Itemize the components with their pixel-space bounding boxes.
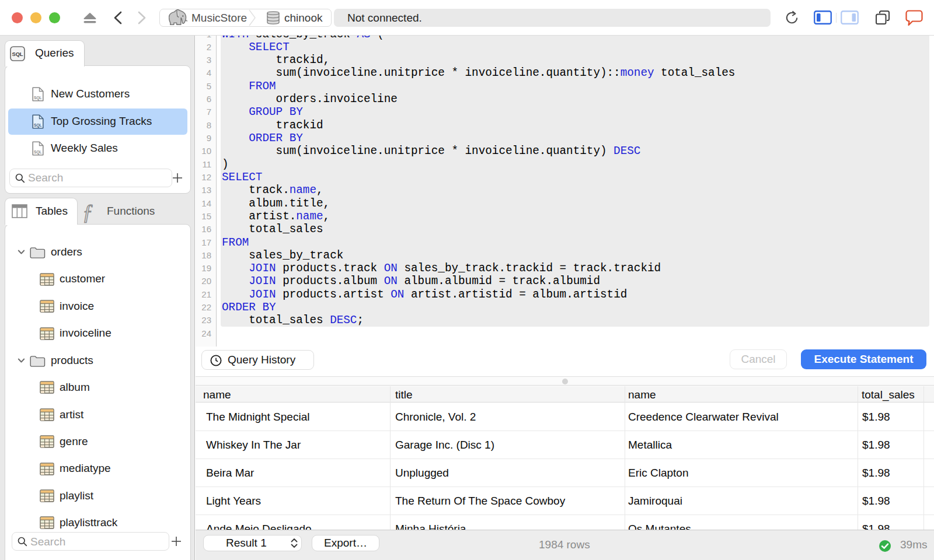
svg-text:SQL: SQL [34,123,42,128]
svg-text:SQL: SQL [34,150,42,155]
svg-text:SQL: SQL [12,51,23,57]
svg-text:SQL: SQL [34,96,42,100]
